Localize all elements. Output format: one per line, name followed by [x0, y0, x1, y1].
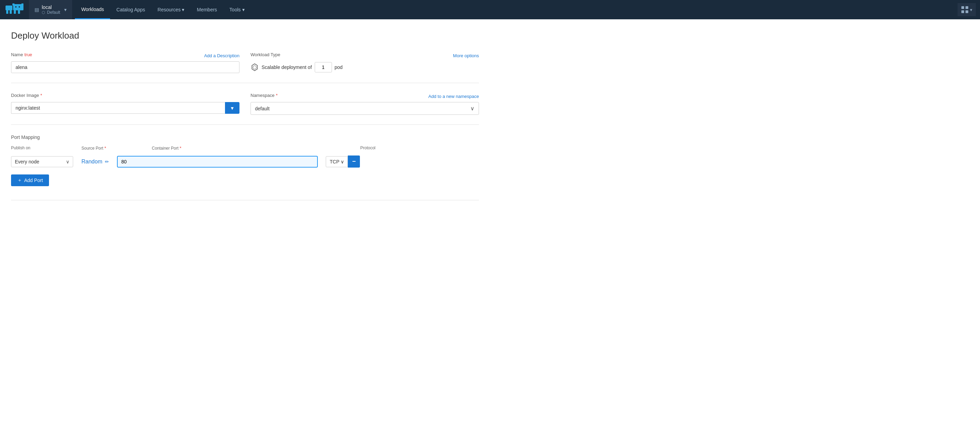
container-required-star: *	[180, 146, 181, 151]
source-port-label: Source Port *	[81, 146, 143, 151]
remove-icon: −	[352, 158, 356, 165]
docker-label-row: Docker Image *	[11, 93, 239, 100]
svg-marker-14	[252, 64, 258, 71]
svg-rect-10	[961, 6, 964, 9]
protocol-row: TCP ∨ −	[326, 155, 360, 168]
protocol-chevron-icon: ∨	[340, 159, 344, 165]
svg-rect-2	[6, 10, 8, 14]
workload-type-icon	[251, 63, 259, 71]
protocol-label: Protocol	[360, 146, 402, 151]
svg-rect-3	[10, 10, 12, 14]
add-port-plus-icon: ＋	[17, 177, 22, 184]
context-chevron-icon: ▾	[64, 7, 67, 13]
svg-point-8	[15, 6, 17, 8]
server-icon: ▤	[35, 7, 39, 13]
docker-image-input[interactable]	[11, 102, 225, 114]
grid-chevron-icon: ▾	[970, 7, 972, 13]
nav-resources[interactable]: Resources ▾	[151, 0, 191, 19]
edit-source-port-icon[interactable]: ✏	[105, 159, 109, 165]
section-divider-1	[11, 83, 479, 83]
svg-point-9	[19, 6, 20, 8]
navbar-context[interactable]: ▤ local ⬡ Default ▾	[29, 0, 72, 19]
port-input-row: Every node ∨ Random ✏ TCP ∨ −	[11, 155, 479, 168]
namespace-value: default	[255, 106, 470, 111]
workload-type-label-row: Workload Type More options	[251, 52, 479, 59]
rancher-logo	[6, 3, 24, 17]
protocol-value: TCP	[329, 159, 339, 165]
brand-logo-area	[0, 0, 29, 19]
docker-dropdown-button[interactable]: ▾	[225, 102, 239, 114]
add-namespace-link[interactable]: Add to a new namespace	[428, 94, 479, 99]
docker-namespace-row: Docker Image * ▾ Namespace * Add to a ne…	[11, 93, 479, 115]
container-col-header: Container Port *	[152, 146, 352, 153]
nav-workloads[interactable]: Workloads	[75, 0, 110, 19]
source-col-header: Source Port *	[81, 146, 143, 153]
docker-chevron-icon: ▾	[231, 105, 234, 111]
namespace-select[interactable]: default ∨	[251, 102, 479, 115]
publish-label: Publish on	[11, 146, 73, 151]
main-nav: Workloads Catalog Apps Resources ▾ Membe…	[75, 0, 251, 19]
docker-label: Docker Image *	[11, 93, 42, 98]
namespace-section: Namespace * Add to a new namespace defau…	[251, 93, 479, 115]
workload-type-label: Workload Type	[251, 52, 280, 57]
docker-image-section: Docker Image * ▾	[11, 93, 239, 115]
source-port-random-text: Random	[81, 158, 102, 165]
publish-col-header: Publish on	[11, 146, 73, 152]
name-section: Name true Add a Description	[11, 52, 239, 73]
remove-port-button[interactable]: −	[348, 155, 360, 168]
docker-required-star: *	[40, 93, 42, 98]
publish-on-value: Every node	[15, 159, 66, 165]
add-port-button[interactable]: ＋ Add Port	[11, 174, 49, 186]
workload-type-section: Workload Type More options Scalable depl…	[251, 52, 479, 73]
workload-pod-suffix: pod	[335, 65, 343, 70]
namespace-label-row: Namespace * Add to a new namespace	[251, 93, 479, 100]
section-divider-3	[11, 200, 479, 200]
namespace-label: Namespace *	[251, 93, 277, 98]
pods-count-input[interactable]	[315, 62, 332, 73]
name-workload-row: Name true Add a Description Workload Typ…	[11, 52, 479, 73]
svg-rect-7	[21, 3, 24, 6]
source-required-star: *	[104, 146, 106, 151]
protocol-select[interactable]: TCP ∨	[326, 156, 348, 167]
tools-chevron-icon: ▾	[242, 7, 245, 13]
nav-members[interactable]: Members	[191, 0, 223, 19]
docker-input-row: ▾	[11, 102, 239, 114]
name-input[interactable]	[11, 61, 239, 73]
main-content: Deploy Workload Name true Add a Descript…	[0, 19, 490, 224]
nav-catalog-apps[interactable]: Catalog Apps	[110, 0, 151, 19]
resources-chevron-icon: ▾	[182, 7, 184, 13]
name-label-row: Name true Add a Description	[11, 52, 239, 59]
add-port-label: Add Port	[24, 177, 43, 183]
name-required-star: true	[24, 52, 32, 57]
svg-rect-11	[966, 6, 968, 9]
svg-rect-6	[13, 3, 14, 6]
workload-type-row: Scalable deployment of pod	[251, 62, 479, 73]
port-row-header: Publish on Source Port * Container Port …	[11, 146, 479, 153]
page-title: Deploy Workload	[11, 30, 479, 41]
publish-chevron-icon: ∨	[66, 159, 69, 165]
namespace-chevron-icon: ∨	[470, 105, 474, 112]
section-divider-2	[11, 124, 479, 125]
context-name: local	[42, 5, 60, 10]
name-label: Name true	[11, 52, 32, 57]
svg-rect-5	[18, 10, 20, 14]
svg-marker-15	[253, 65, 256, 69]
port-mapping-title: Port Mapping	[11, 135, 479, 140]
workload-scalable-text: Scalable deployment of	[262, 65, 312, 70]
navbar-right: ▾	[958, 0, 980, 19]
grid-menu-button[interactable]: ▾	[958, 3, 976, 16]
grid-icon	[961, 6, 969, 13]
nav-tools[interactable]: Tools ▾	[223, 0, 251, 19]
context-sub: ⬡ Default	[42, 10, 60, 15]
more-options-link[interactable]: More options	[453, 53, 479, 58]
source-port-value: Random ✏	[81, 156, 109, 167]
publish-on-select[interactable]: Every node ∨	[11, 156, 73, 167]
svg-rect-4	[14, 10, 16, 14]
namespace-required-star: *	[276, 93, 277, 98]
port-mapping-section: Port Mapping Publish on Source Port * Co…	[11, 135, 479, 186]
svg-rect-0	[6, 6, 13, 10]
svg-rect-12	[961, 10, 964, 13]
protocol-col-header: Protocol	[360, 146, 402, 152]
add-description-link[interactable]: Add a Description	[204, 53, 239, 58]
container-port-input[interactable]	[117, 156, 317, 167]
